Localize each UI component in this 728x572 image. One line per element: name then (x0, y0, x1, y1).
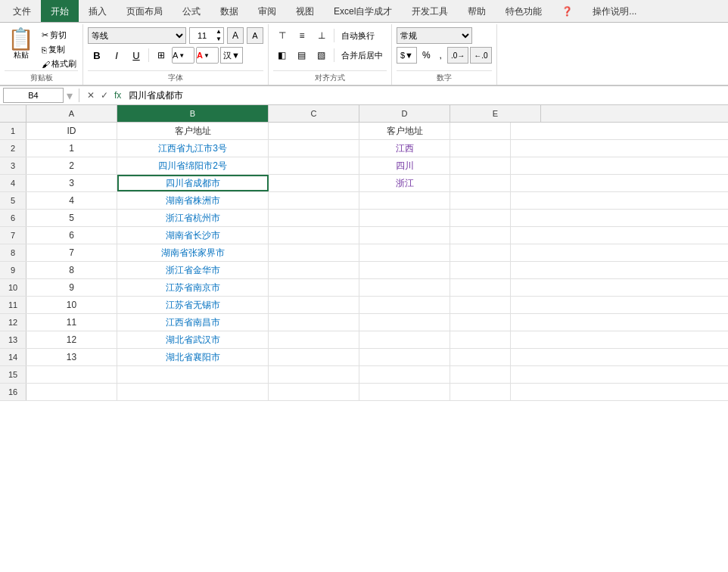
number-format-select[interactable]: 常规 (397, 27, 472, 44)
tab-formula[interactable]: 公式 (173, 0, 210, 22)
cell-1-E[interactable] (450, 123, 511, 139)
cell-2-C[interactable] (269, 140, 359, 157)
cell-5-B[interactable]: 湖南省株洲市 (117, 192, 269, 209)
cut-button[interactable]: ✂剪切 (40, 29, 78, 42)
col-header-B[interactable]: B (117, 105, 269, 122)
tab-review[interactable]: 审阅 (248, 0, 286, 22)
cell-6-B[interactable]: 浙江省杭州市 (117, 210, 269, 226)
cell-12-D[interactable] (359, 314, 450, 331)
cell-14-A[interactable]: 13 (26, 349, 117, 365)
cell-4-A[interactable]: 3 (26, 175, 117, 191)
row-header-12[interactable]: 12 (0, 314, 26, 331)
cell-8-A[interactable]: 7 (26, 244, 117, 261)
tab-layout[interactable]: 页面布局 (117, 0, 173, 22)
copy-button[interactable]: ⎘复制 (40, 43, 78, 56)
cell-3-B[interactable]: 四川省绵阳市2号 (117, 157, 269, 174)
cell-10-E[interactable] (450, 279, 511, 296)
cell-3-E[interactable] (450, 157, 511, 174)
row-header-16[interactable]: 16 (0, 384, 26, 400)
align-left-button[interactable]: ◧ (273, 47, 291, 64)
comma-button[interactable]: , (436, 47, 446, 64)
cell-6-C[interactable] (269, 210, 359, 226)
confirm-icon[interactable]: ✓ (99, 89, 110, 101)
tab-view[interactable]: 视图 (286, 0, 324, 22)
row-header-7[interactable]: 7 (0, 227, 26, 244)
cell-3-D[interactable]: 四川 (359, 157, 450, 174)
cell-2-A[interactable]: 1 (26, 140, 117, 157)
row-header-15[interactable]: 15 (0, 366, 26, 383)
cell-5-E[interactable] (450, 192, 511, 209)
cell-11-D[interactable] (359, 297, 450, 313)
cell-7-B[interactable]: 湖南省长沙市 (117, 227, 269, 244)
cell-13-D[interactable] (359, 331, 450, 348)
font-size-down[interactable]: ▼ (214, 36, 223, 43)
cell-7-C[interactable] (269, 227, 359, 244)
row-header-9[interactable]: 9 (0, 262, 26, 278)
tab-self_learn[interactable]: Excel自学成才 (324, 0, 402, 22)
col-header-C[interactable]: C (269, 105, 359, 122)
cell-15-C[interactable] (269, 366, 359, 383)
paste-button[interactable]: 📋 粘贴 (5, 27, 37, 62)
cell-1-A[interactable]: ID (26, 123, 117, 139)
cell-4-C[interactable] (269, 175, 359, 191)
cell-14-D[interactable] (359, 349, 450, 365)
cell-7-E[interactable] (450, 227, 511, 244)
cell-12-A[interactable]: 11 (26, 314, 117, 331)
cell-8-D[interactable] (359, 244, 450, 261)
cell-8-B[interactable]: 湖南省张家界市 (117, 244, 269, 261)
cell-15-E[interactable] (450, 366, 511, 383)
cell-5-C[interactable] (269, 192, 359, 209)
align-middle-button[interactable]: ≡ (293, 27, 311, 44)
col-header-E[interactable]: E (450, 105, 541, 122)
cell-9-C[interactable] (269, 262, 359, 278)
row-header-1[interactable]: 1 (0, 123, 26, 139)
cell-14-E[interactable] (450, 349, 511, 365)
cell-9-A[interactable]: 8 (26, 262, 117, 278)
cell-13-E[interactable] (450, 331, 511, 348)
formula-input[interactable] (126, 88, 725, 103)
underline-button[interactable]: U (127, 47, 145, 64)
tab-file[interactable]: 文件 (3, 0, 41, 22)
cell-4-E[interactable] (450, 175, 511, 191)
col-header-A[interactable]: A (26, 105, 117, 122)
row-header-14[interactable]: 14 (0, 349, 26, 365)
cell-2-B[interactable]: 江西省九江市3号 (117, 140, 269, 157)
cell-9-B[interactable]: 浙江省金华市 (117, 262, 269, 278)
cell-3-A[interactable]: 2 (26, 157, 117, 174)
cell-11-B[interactable]: 江苏省无锡市 (117, 297, 269, 313)
cell-4-D[interactable]: 浙江 (359, 175, 450, 191)
row-header-3[interactable]: 3 (0, 157, 26, 174)
cancel-icon[interactable]: ✕ (86, 89, 96, 101)
cell-3-C[interactable] (269, 157, 359, 174)
align-right-button[interactable]: ▧ (313, 47, 331, 64)
cell-12-E[interactable] (450, 314, 511, 331)
cell-11-C[interactable] (269, 297, 359, 313)
cell-16-B[interactable] (117, 384, 269, 400)
cell-14-C[interactable] (269, 349, 359, 365)
font-select[interactable]: 等线 (88, 27, 186, 44)
cell-10-B[interactable]: 江苏省南京市 (117, 279, 269, 296)
cell-1-D[interactable]: 客户地址 (359, 123, 450, 139)
row-header-5[interactable]: 5 (0, 192, 26, 209)
row-header-6[interactable]: 6 (0, 210, 26, 226)
cell-9-D[interactable] (359, 262, 450, 278)
cell-6-A[interactable]: 5 (26, 210, 117, 226)
cell-7-D[interactable] (359, 227, 450, 244)
format-brush-button[interactable]: 🖌格式刷 (40, 58, 78, 70)
cell-14-B[interactable]: 湖北省襄阳市 (117, 349, 269, 365)
font-grow-button[interactable]: A (227, 27, 244, 44)
currency-button[interactable]: $▼ (397, 47, 417, 64)
align-bottom-button[interactable]: ⊥ (313, 27, 331, 44)
cell-13-C[interactable] (269, 331, 359, 348)
cell-2-D[interactable]: 江西 (359, 140, 450, 157)
cell-13-B[interactable]: 湖北省武汉市 (117, 331, 269, 348)
cell-10-D[interactable] (359, 279, 450, 296)
border-button[interactable]: ⊞ (152, 47, 170, 64)
cell-5-A[interactable]: 4 (26, 192, 117, 209)
name-box[interactable] (3, 88, 64, 103)
row-header-2[interactable]: 2 (0, 140, 26, 157)
row-header-11[interactable]: 11 (0, 297, 26, 313)
align-center-button[interactable]: ▤ (293, 47, 311, 64)
cell-6-E[interactable] (450, 210, 511, 226)
cell-15-B[interactable] (117, 366, 269, 383)
